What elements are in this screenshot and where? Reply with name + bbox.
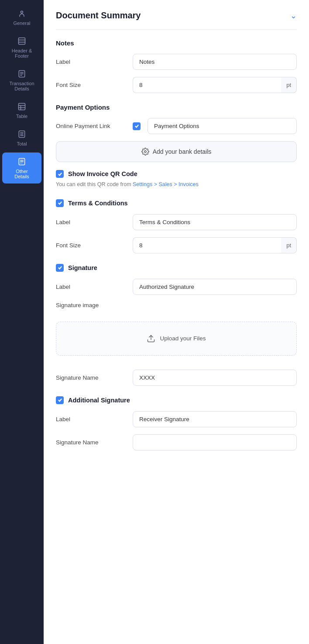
qr-heading-label: Show Invoice QR Code	[68, 170, 137, 177]
additional-signature-heading: Additional Signature	[68, 397, 130, 404]
terms-section: Terms & Conditions Label Font Size pt	[56, 199, 297, 253]
gear-icon	[141, 148, 149, 156]
additional-signature-name-input[interactable]	[133, 434, 297, 450]
signature-checkbox[interactable]	[56, 264, 64, 272]
svg-rect-8	[19, 104, 25, 110]
online-payment-label: Online Payment Link	[56, 123, 126, 129]
other-details-icon	[17, 157, 27, 166]
terms-fontsize-unit: pt	[281, 237, 297, 253]
additional-signature-section: Additional Signature Label Signature Nam…	[56, 396, 297, 450]
sidebar-item-transaction-details[interactable]: TransactionDetails	[2, 65, 41, 96]
signature-label-text: Label	[56, 284, 126, 290]
terms-label-input[interactable]	[133, 214, 297, 230]
notes-fontsize-row: Font Size pt	[56, 77, 297, 93]
payment-options-section: Payment Options Online Payment Link Add …	[56, 104, 297, 189]
qr-heading-row: Show Invoice QR Code	[56, 170, 297, 178]
table-icon	[17, 102, 27, 111]
terms-label-text: Label	[56, 219, 126, 225]
total-icon: Σ	[17, 129, 27, 139]
online-payment-input[interactable]	[148, 118, 297, 134]
signature-label-input[interactable]	[133, 279, 297, 295]
terms-fontsize-field: pt	[133, 237, 297, 253]
payment-options-heading: Payment Options	[56, 104, 297, 111]
notes-label-text: Label	[56, 59, 126, 65]
terms-checkbox[interactable]	[56, 199, 64, 207]
svg-point-17	[20, 163, 21, 164]
additional-signature-label-text: Label	[56, 416, 126, 422]
page-title: Document Summary	[56, 10, 141, 21]
signature-image-label: Signature image	[56, 302, 126, 308]
svg-point-0	[21, 11, 23, 13]
main-content: Document Summary ⌄ Notes Label Font Size…	[44, 0, 309, 644]
terms-fontsize-input[interactable]	[133, 237, 281, 253]
qr-code-section: Show Invoice QR Code You can edit this Q…	[56, 170, 297, 189]
upload-btn-label: Upload your Files	[160, 335, 206, 342]
additional-signature-checkbox[interactable]	[56, 396, 64, 404]
additional-signature-label-input[interactable]	[133, 411, 297, 427]
terms-fontsize-label: Font Size	[56, 242, 126, 249]
notes-fontsize-input[interactable]	[133, 77, 281, 93]
signature-label-row: Label	[56, 279, 297, 295]
svg-point-18	[21, 163, 22, 164]
terms-fontsize-row: Font Size pt	[56, 237, 297, 253]
notes-fontsize-field: pt	[133, 77, 297, 93]
signature-name-label: Signature Name	[56, 374, 126, 381]
general-icon	[17, 9, 27, 18]
additional-signature-name-row: Signature Name	[56, 434, 297, 450]
qr-settings-link[interactable]: Settings > Sales > Invoices	[133, 181, 199, 187]
notes-fontsize-unit: pt	[281, 77, 297, 93]
signature-header: Signature	[56, 264, 297, 272]
chevron-down-icon[interactable]: ⌄	[290, 11, 297, 21]
online-payment-checkbox[interactable]	[133, 122, 141, 130]
sidebar-item-general[interactable]: General	[2, 4, 41, 30]
sidebar: General Header & Footer TransactionDetai…	[0, 0, 44, 644]
sidebar-item-table[interactable]: Table	[2, 97, 41, 123]
sidebar-item-other-details[interactable]: OtherDetails	[2, 152, 41, 184]
terms-header: Terms & Conditions	[56, 199, 297, 207]
notes-fontsize-label: Font Size	[56, 82, 126, 88]
svg-point-19	[144, 151, 146, 153]
terms-heading: Terms & Conditions	[68, 200, 128, 207]
divider	[56, 29, 297, 30]
add-bank-btn-label: Add your bank details	[153, 148, 212, 155]
notes-label-row: Label	[56, 54, 297, 70]
upload-icon	[147, 334, 155, 343]
signature-image-row: Signature image Upload your Files	[56, 302, 297, 363]
signature-heading: Signature	[68, 264, 97, 271]
signature-name-input[interactable]	[133, 370, 297, 386]
qr-subtext: You can edit this QR code from Settings …	[56, 180, 297, 189]
online-payment-row: Online Payment Link	[56, 118, 297, 134]
terms-label-row: Label	[56, 214, 297, 230]
signature-section: Signature Label Signature image Upload y…	[56, 264, 297, 386]
additional-signature-name-label: Signature Name	[56, 439, 126, 446]
show-qr-checkbox[interactable]	[56, 170, 64, 178]
add-bank-details-button[interactable]: Add your bank details	[56, 141, 297, 162]
additional-signature-label-row: Label	[56, 411, 297, 427]
notes-label-input[interactable]	[133, 54, 297, 70]
document-summary-header: Document Summary ⌄	[56, 10, 297, 21]
transaction-details-icon	[17, 69, 27, 79]
svg-rect-1	[19, 38, 25, 45]
notes-heading: Notes	[56, 39, 297, 47]
notes-section: Notes Label Font Size pt	[56, 39, 297, 93]
signature-name-row: Signature Name	[56, 370, 297, 386]
svg-text:Σ: Σ	[22, 133, 24, 135]
sidebar-item-header-footer[interactable]: Header & Footer	[2, 32, 41, 63]
header-footer-icon	[17, 36, 27, 46]
upload-area[interactable]: Upload your Files	[56, 322, 297, 356]
additional-signature-header: Additional Signature	[56, 396, 297, 404]
sidebar-item-total[interactable]: Σ Total	[2, 125, 41, 151]
